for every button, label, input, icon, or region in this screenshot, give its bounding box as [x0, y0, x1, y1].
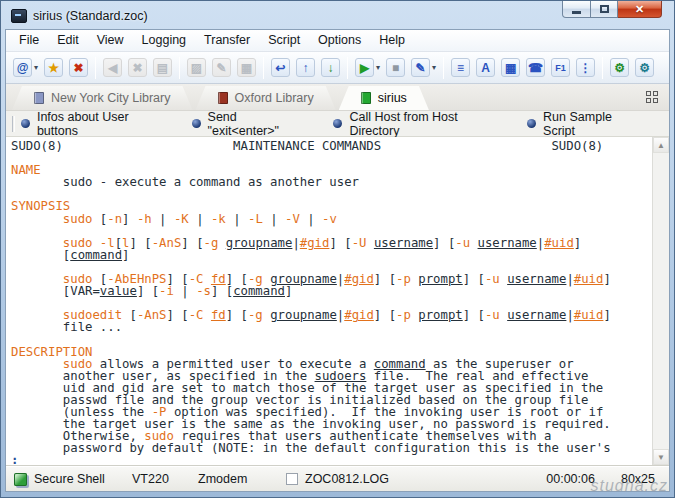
menu-view[interactable]: View	[88, 30, 133, 51]
function-key-options-icon: F1	[551, 58, 570, 77]
download-file-icon: ↓	[321, 58, 340, 77]
window-title: sirius (Standard.zoc)	[33, 9, 148, 23]
close-icon: ✕	[635, 3, 644, 16]
scroll-up-icon[interactable]: ▲	[653, 137, 669, 153]
user-button-send-exit-enter[interactable]: Send "exit<enter>"	[192, 110, 300, 138]
connection-directory-button[interactable]: @▾	[11, 55, 40, 81]
stop-script-icon: ■	[386, 58, 405, 77]
connection-directory-icon: @	[13, 58, 32, 77]
bullet-icon	[333, 119, 342, 128]
user-button-call-host-from-host-directory[interactable]: Call Host from Host Directory	[333, 110, 493, 138]
toolbar-separator	[347, 57, 348, 79]
menu-file[interactable]: File	[10, 30, 48, 51]
edit-script-button[interactable]: ✎▾	[409, 55, 438, 81]
terminal-line: SUDO(8) MAINTENANCE COMMANDS SUDO(8)	[11, 140, 652, 152]
session-log-button[interactable]: ▤	[151, 55, 174, 81]
emulation-options-icon: ≡	[451, 58, 470, 77]
tab-label: New York City Library	[51, 91, 171, 105]
terminal-line: password by default (NOTE: in the defaul…	[11, 442, 652, 454]
dropdown-caret-icon[interactable]: ▾	[34, 63, 38, 72]
emulation-options-button[interactable]: ≡	[449, 55, 472, 81]
font-options-button[interactable]: A	[474, 55, 497, 81]
menu-transfer[interactable]: Transfer	[195, 30, 259, 51]
menu-bar: FileEditViewLoggingTransferScriptOptions…	[6, 30, 669, 52]
menu-script[interactable]: Script	[259, 30, 309, 51]
close-session-icon: ✖	[128, 58, 147, 77]
status-transfer: Zmodem	[198, 472, 258, 486]
run-script-button[interactable]: ▶▾	[353, 55, 382, 81]
minimize-button[interactable]	[562, 1, 591, 18]
terminal-line: sudo - execute a command as another user	[11, 176, 652, 188]
clipboard-edit-icon: ✎	[212, 58, 231, 77]
tab-oxford-library[interactable]: Oxford Library	[196, 86, 336, 110]
dropdown-caret-icon[interactable]: ▾	[376, 63, 380, 72]
log-checkbox[interactable]	[286, 473, 298, 485]
session-icon	[34, 92, 44, 104]
close-session-button[interactable]: ✖	[126, 55, 149, 81]
paste-button[interactable]: ▨	[185, 55, 208, 81]
modem-options-icon: ☎	[526, 58, 545, 77]
user-button-infos-about-user-buttons[interactable]: Infos about User buttons	[21, 110, 158, 138]
previous-session-icon: ◀	[103, 58, 122, 77]
bullet-icon	[527, 119, 536, 128]
tab-sirius[interactable]: sirius	[339, 86, 429, 110]
status-size: 80x25	[621, 472, 655, 486]
user-buttons: Infos about User buttonsSend "exit<enter…	[21, 110, 669, 138]
tab-strip: New York City LibraryOxford Librarysiriu…	[6, 84, 669, 111]
terminal-line: file ...	[11, 321, 652, 333]
stop-script-button[interactable]: ■	[384, 55, 407, 81]
user-button-label: Run Sample Script	[543, 110, 635, 138]
session-icon	[361, 92, 371, 104]
tab-label: Oxford Library	[235, 91, 314, 105]
toolbar-separator	[95, 57, 96, 79]
status-bar: Secure Shell VT220 Zmodem ZOC0812.LOG 00…	[6, 466, 669, 491]
terminal-line	[11, 188, 652, 200]
status-time: 00:00:06	[546, 472, 595, 486]
menu-options[interactable]: Options	[309, 30, 370, 51]
dropdown-caret-icon[interactable]: ▾	[432, 63, 436, 72]
user-button-label: Call Host from Host Directory	[349, 110, 493, 138]
tab-new-york-city-library[interactable]: New York City Library	[12, 86, 193, 110]
maximize-icon	[600, 5, 609, 13]
send-text-button[interactable]: ↩	[269, 55, 292, 81]
download-file-button[interactable]: ↓	[319, 55, 342, 81]
print-button[interactable]: ▦	[235, 55, 258, 81]
menu-edit[interactable]: Edit	[48, 30, 88, 51]
user-button-run-sample-script[interactable]: Run Sample Script	[527, 110, 635, 138]
bullet-icon	[21, 119, 30, 128]
clipboard-edit-button[interactable]: ✎	[210, 55, 233, 81]
misc-options-button[interactable]: ⋮	[574, 55, 597, 81]
connection-status-icon	[14, 473, 27, 486]
menu-help[interactable]: Help	[370, 30, 414, 51]
toolbar-separator	[263, 57, 264, 79]
disconnect-button[interactable]: ✖	[67, 55, 90, 81]
terminal-line	[11, 334, 652, 346]
function-key-options-button[interactable]: F1	[549, 55, 572, 81]
window-controls: ✕	[562, 1, 662, 18]
window-layout-icon[interactable]	[646, 91, 659, 104]
close-button[interactable]: ✕	[618, 1, 662, 18]
previous-session-button[interactable]: ◀	[101, 55, 124, 81]
send-text-icon: ↩	[271, 58, 290, 77]
terminal-line: sudo [-n] -h | -K | -k | -L | -V | -v	[11, 213, 652, 225]
color-options-button[interactable]: ▦	[499, 55, 522, 81]
modem-options-button[interactable]: ☎	[524, 55, 547, 81]
misc-options-icon: ⋮	[576, 58, 595, 77]
session-settings-button[interactable]: ⚙	[633, 55, 656, 81]
scrollbar[interactable]: ▲ ▼	[652, 137, 669, 465]
toolbar-separator	[602, 57, 603, 79]
upload-file-button[interactable]: ↑	[294, 55, 317, 81]
quick-connection-button[interactable]: ★	[42, 55, 65, 81]
device-tools-icon: ⚙	[610, 58, 629, 77]
session-settings-icon: ⚙	[635, 58, 654, 77]
device-tools-button[interactable]: ⚙	[608, 55, 631, 81]
grip-handle[interactable]	[12, 116, 15, 132]
bullet-icon	[192, 119, 201, 128]
menu-logging[interactable]: Logging	[133, 30, 196, 51]
font-options-icon: A	[476, 58, 495, 77]
scroll-down-icon[interactable]: ▼	[653, 449, 669, 465]
paste-icon: ▨	[187, 58, 206, 77]
terminal-output[interactable]: SUDO(8) MAINTENANCE COMMANDS SUDO(8) NAM…	[6, 137, 652, 465]
disconnect-icon: ✖	[69, 58, 88, 77]
maximize-button[interactable]	[591, 1, 618, 18]
